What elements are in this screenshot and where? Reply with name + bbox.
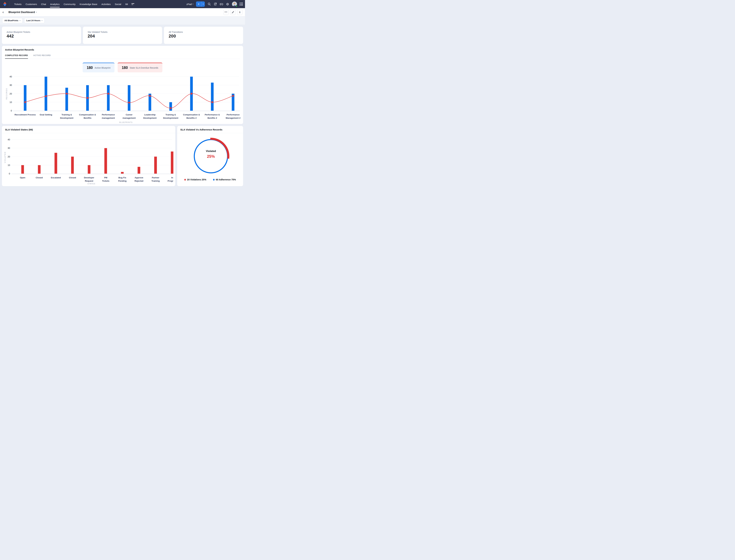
gear-icon[interactable]: ⚙ [226,2,229,6]
online-status-dot [235,5,237,7]
title-chevron-down-icon[interactable]: ▾ [36,11,37,13]
svg-text:Partner: Partner [152,176,159,179]
kpi-sla-violated-tickets[interactable]: Sla Violated Tickets 204 [83,27,162,44]
add-icon[interactable]: + [196,1,201,7]
record-tabs: COMPLETED RECORD ACTIVE RECORD [5,54,240,59]
svg-text:Rejected: Rejected [134,180,143,182]
more-options-button[interactable]: ••• [223,10,229,15]
summary-chips: 180 Active Blueprint 180 State SLA Overd… [5,63,240,72]
svg-text:Benifits: Benifits [84,117,91,119]
info-button[interactable]: i [237,10,242,15]
gamepad-icon[interactable] [220,2,223,6]
kpi-value: 204 [88,34,157,39]
svg-text:40: 40 [8,138,10,141]
svg-text:Progress: Progress [167,180,173,182]
nav-item-chat[interactable]: Chat [39,0,48,8]
svg-text:30: 30 [8,147,10,149]
active-blueprint-records-panel: Active Blueprint Records COMPLETED RECOR… [2,46,243,124]
svg-text:Career: Career [126,114,133,116]
back-icon[interactable]: ‹ [3,11,7,14]
menu-lines-icon[interactable] [131,3,135,5]
svg-text:Closed: Closed [36,176,43,179]
active-blueprint-chip[interactable]: 180 Active Blueprint [83,63,114,72]
user-avatar[interactable] [232,2,237,7]
svg-text:Approve: Approve [135,176,143,179]
blueprints-filter-label: All BluePrints [4,19,18,22]
svg-text:BLUEPRINTS: BLUEPRINTS [119,121,132,123]
add-dropdown[interactable]: ▾ [201,1,205,7]
tab-active-record[interactable]: ACTIVE RECORD [33,54,51,59]
chip-label: Active Blueprint [95,67,111,69]
kpi-all-transitions[interactable]: All Transitions 200 [164,27,243,44]
svg-text:0: 0 [11,109,12,112]
apps-grid-icon[interactable] [240,3,243,6]
svg-text:RECORDS: RECORDS [6,88,8,100]
donut-legend: 20 Violations 25% 60 Adherence 75% [177,178,243,181]
svg-text:30: 30 [9,84,12,86]
workspace-selector[interactable]: zPad ▾ [186,3,193,5]
nav-item-community[interactable]: Community [62,0,78,8]
chevron-down-icon: ▾ [203,3,203,5]
svg-text:20: 20 [9,92,12,95]
svg-text:Developmment: Developmment [163,117,178,119]
svg-text:Performance &: Performance & [205,114,220,116]
nav-item-tickets[interactable]: Tickets [12,0,24,8]
app-logo-icon[interactable] [3,1,7,7]
kpi-value: 200 [169,34,238,39]
svg-text:0: 0 [9,172,10,175]
svg-text:Compensation &: Compensation & [183,114,200,116]
feed-icon[interactable] [213,2,217,6]
nav-item-activities[interactable]: Activities [99,0,113,8]
svg-text:Leadership: Leadership [144,114,155,116]
svg-text:Development: Development [143,117,157,119]
legend-item-adherence[interactable]: 60 Adherence 75% [213,178,236,181]
svg-text:Training &: Training & [165,114,176,116]
sla-overdue-chip[interactable]: 180 State SLA Overdue Records [118,63,162,72]
donut-chart-area: Violated 25% [177,133,243,177]
tab-completed-record[interactable]: COMPLETED RECORD [5,54,28,59]
legend-item-violations[interactable]: 20 Violations 25% [184,178,206,181]
svg-text:Performance: Performance [102,114,115,116]
header-actions: ••• i [223,10,242,15]
kpi-row: Active Blueprint Tickets 442 Sla Violate… [2,27,243,44]
legend-dot-blue [213,179,214,181]
time-range-dropdown[interactable]: Last 24 Hours ▾ [24,18,45,23]
svg-text:Training &: Training & [62,114,72,116]
collapse-icon [232,11,234,14]
svg-text:10: 10 [9,101,12,103]
dashboard-content: Active Blueprint Tickets 442 Sla Violate… [0,25,245,187]
search-icon[interactable] [207,2,211,6]
svg-text:Development: Development [60,117,73,119]
collapse-button[interactable] [230,10,235,15]
svg-text:Escalated: Escalated [51,176,61,179]
svg-text:Request: Request [85,180,93,182]
panel-title: SLA Violated States (89) [5,128,172,131]
svg-text:VIOLATED: VIOLATED [4,151,6,163]
svg-text:Bug Fix: Bug Fix [118,176,126,179]
nav-item-im[interactable]: IM [123,0,130,8]
panel-title: SLA Violated Vs Adherence Records [180,128,240,131]
svg-text:20: 20 [8,155,10,158]
chevron-down-icon: ▾ [20,20,20,21]
chevron-down-icon: ▾ [192,3,193,5]
page-header: ‹ Blueprint Dashboard ▾ ••• i [0,8,245,16]
sla-violated-vs-adherence-panel: SLA Violated Vs Adherence Records Violat… [177,126,243,186]
chip-value: 180 [87,66,93,70]
svg-text:Closed: Closed [69,176,76,179]
workspace-label: zPad [186,3,192,5]
blueprints-filter-dropdown[interactable]: All BluePrints ▾ [2,18,23,23]
chip-value: 180 [122,66,128,70]
kpi-active-blueprint-tickets[interactable]: Active Blueprint Tickets 442 [2,27,81,44]
legend-dot-red [184,179,186,181]
nav-item-knowledge-base[interactable]: Knowledge Base [78,0,99,8]
nav-item-customers[interactable]: Customers [24,0,39,8]
add-split-button[interactable]: + ▾ [196,1,205,7]
svg-text:Benifits 2: Benifits 2 [207,117,217,119]
nav-item-analytics[interactable]: Analytics [48,0,62,8]
nav-item-social[interactable]: Social [113,0,123,8]
filter-bar: All BluePrints ▾ Last 24 Hours ▾ [0,16,245,25]
kpi-label: Active Blueprint Tickets [7,31,76,33]
svg-text:In: In [171,176,173,179]
nav-right-cluster: zPad ▾ + ▾ ⚙ [186,1,243,7]
svg-text:Tickets: Tickets [102,180,109,182]
